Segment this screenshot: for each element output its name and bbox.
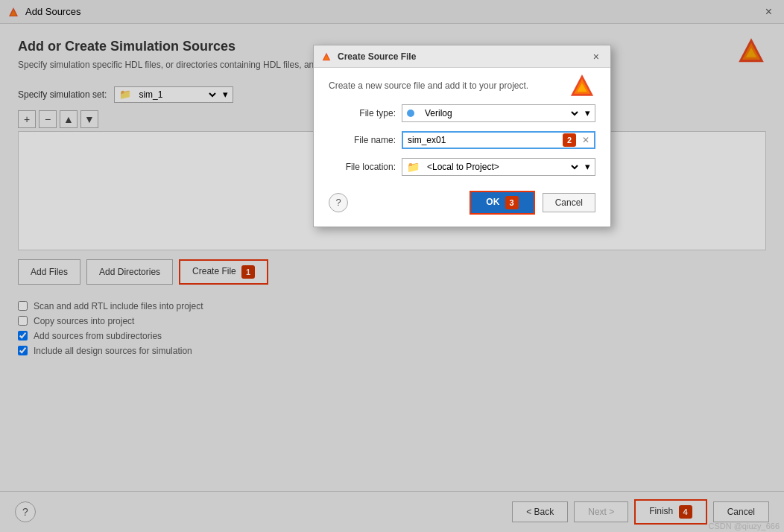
location-folder-icon: 📁 (407, 161, 420, 173)
watermark: CSDN @qiuzy_666 (708, 522, 780, 531)
dialog-cancel-button[interactable]: Cancel (543, 193, 595, 212)
file-name-control: 2 ✕ (402, 131, 595, 149)
dialog-help-button[interactable]: ? (329, 193, 348, 212)
location-chevron: ▾ (585, 161, 590, 172)
dialog-logo (569, 72, 595, 101)
file-name-input-wrapper: 2 ✕ (402, 131, 595, 149)
file-name-label: File name: (329, 135, 396, 145)
file-type-dropdown[interactable]: Verilog VHDL SystemVerilog ▾ (402, 104, 595, 122)
ok-button[interactable]: OK 3 (470, 191, 534, 215)
file-location-row: File location: 📁 <Local to Project> ▾ (329, 158, 595, 176)
main-window: Add Sources × Add or Create Simulation S… (0, 0, 784, 532)
file-type-label: File type: (329, 108, 396, 118)
file-location-dropdown[interactable]: 📁 <Local to Project> ▾ (402, 158, 595, 176)
file-type-row: File type: Verilog VHDL SystemVerilog ▾ (329, 104, 595, 122)
file-name-input[interactable] (403, 133, 560, 148)
step3-badge: 3 (505, 196, 519, 209)
dialog-title-bar: Create Source File × (314, 45, 610, 68)
dialog-subtitle: Create a new source file and add it to y… (329, 80, 595, 92)
ok-label: OK (486, 197, 499, 207)
step2-badge: 2 (563, 133, 576, 147)
file-type-control: Verilog VHDL SystemVerilog ▾ (402, 104, 595, 122)
create-source-dialog: Create Source File × Create a new source… (313, 45, 611, 227)
dialog-content: Create a new source file and add it to y… (314, 68, 610, 227)
dialog-ok-cancel: OK 3 Cancel (470, 191, 595, 215)
dialog-buttons: ? OK 3 Cancel (329, 185, 595, 215)
verilog-dot (407, 110, 414, 117)
file-type-chevron: ▾ (585, 107, 590, 118)
file-type-select[interactable]: Verilog VHDL SystemVerilog (422, 107, 581, 119)
file-location-select[interactable]: <Local to Project> (424, 161, 581, 173)
dialog-close-button[interactable]: × (589, 49, 603, 64)
file-name-row: File name: 2 ✕ (329, 131, 595, 149)
file-location-control: 📁 <Local to Project> ▾ (402, 158, 595, 176)
dialog-title-left: Create Source File (321, 51, 416, 62)
file-location-label: File location: (329, 162, 396, 172)
dialog-title-text: Create Source File (338, 51, 416, 62)
dialog-vivado-icon (321, 51, 332, 62)
clear-filename-button[interactable]: ✕ (579, 133, 592, 147)
dialog-header-area: Create a new source file and add it to y… (329, 80, 595, 92)
